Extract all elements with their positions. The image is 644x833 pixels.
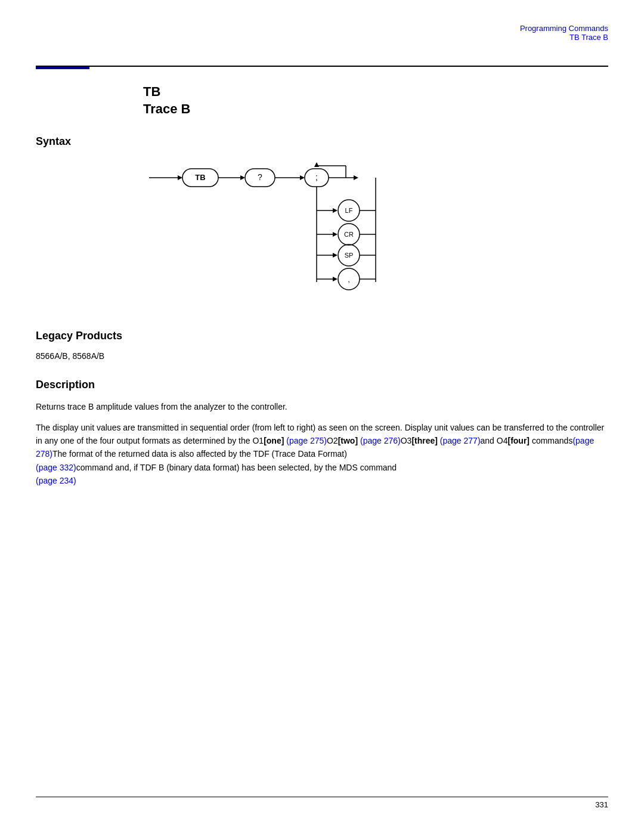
legacy-heading: Legacy Products [36,330,608,342]
svg-marker-5 [240,175,245,180]
svg-marker-13 [354,175,358,180]
footer-rule [36,797,608,797]
svg-marker-35 [333,277,338,281]
link-page276[interactable]: (page 276) [358,436,401,445]
svg-text:TB: TB [195,173,205,182]
svg-text:;: ; [315,172,318,182]
svg-marker-30 [333,253,338,258]
svg-marker-16 [314,162,319,167]
syntax-heading: Syntax [36,135,608,148]
link-page332[interactable]: (page 332) [36,463,76,472]
svg-text:,: , [348,275,350,284]
top-rule [36,66,608,67]
svg-marker-9 [300,175,305,180]
page-title: TB Trace B [143,83,608,117]
svg-text:CR: CR [344,231,354,238]
svg-text:?: ? [258,172,262,182]
page-header: Programming Commands TB Trace B [520,24,608,42]
link-page277[interactable]: (page 277) [438,436,481,445]
description-heading: Description [36,379,608,391]
description-para2: The display unit values are transmitted … [36,421,608,488]
header-line1: Programming Commands [520,24,608,33]
main-content: TB Trace B Syntax TB ? [36,72,608,495]
svg-marker-25 [333,232,338,237]
page-container: Programming Commands TB Trace B TB Trace… [0,0,644,833]
svg-marker-1 [178,175,182,180]
svg-text:SP: SP [345,252,354,259]
description-body: Returns trace B amplitude values from th… [36,400,608,487]
legacy-text: 8566A/B, 8568A/B [36,351,608,361]
svg-marker-20 [333,208,338,213]
page-number: 331 [595,800,608,809]
page-title-tb: TB [143,83,608,101]
link-page275[interactable]: (page 275) [284,436,327,445]
svg-text:LF: LF [345,207,353,214]
description-para1: Returns trace B amplitude values from th… [36,400,608,413]
header-line2: TB Trace B [520,33,608,42]
syntax-diagram: TB ? ; [143,157,608,312]
page-title-traceb: Trace B [143,101,608,118]
link-page234[interactable]: (page 234) [36,476,76,485]
